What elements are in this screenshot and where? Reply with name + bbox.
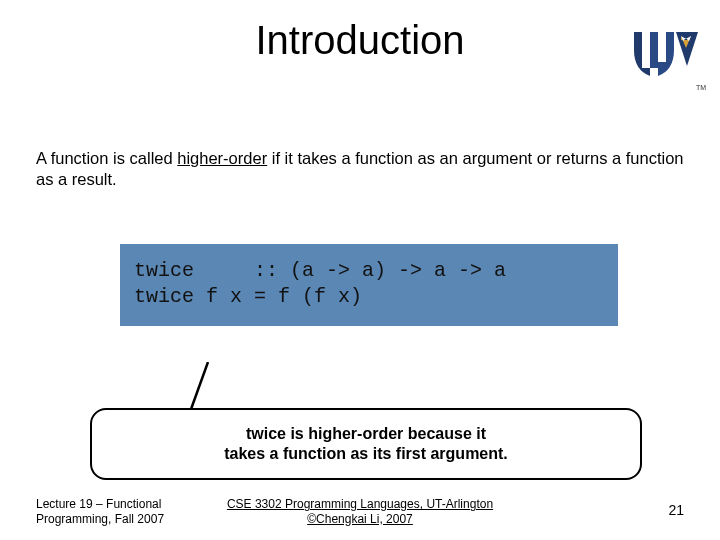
footer-center: CSE 3302 Programming Languages, UT-Arlin…: [0, 497, 720, 526]
footer-center-line2: ©Chengkai Li, 2007: [0, 512, 720, 526]
uta-logo: TM: [628, 26, 698, 88]
logo-tm: TM: [696, 84, 706, 91]
intro-term: higher-order: [177, 149, 267, 167]
slide: Introduction TM A function is called hig…: [0, 0, 720, 540]
page-number: 21: [668, 502, 684, 518]
intro-pre: A function is called: [36, 149, 177, 167]
footer: Lecture 19 – Functional Programming, Fal…: [0, 486, 720, 526]
code-block: twice :: (a -> a) -> a -> a twice f x = …: [120, 244, 618, 326]
callout: twice is higher-order because it takes a…: [90, 360, 642, 480]
footer-center-line1: CSE 3302 Programming Languages, UT-Arlin…: [0, 497, 720, 511]
callout-line-1: twice is higher-order because it: [92, 424, 640, 444]
callout-line-2: takes a function as its first argument.: [92, 444, 640, 464]
callout-box: twice is higher-order because it takes a…: [90, 408, 642, 480]
intro-text: A function is called higher-order if it …: [36, 148, 684, 189]
slide-title: Introduction: [0, 18, 720, 63]
